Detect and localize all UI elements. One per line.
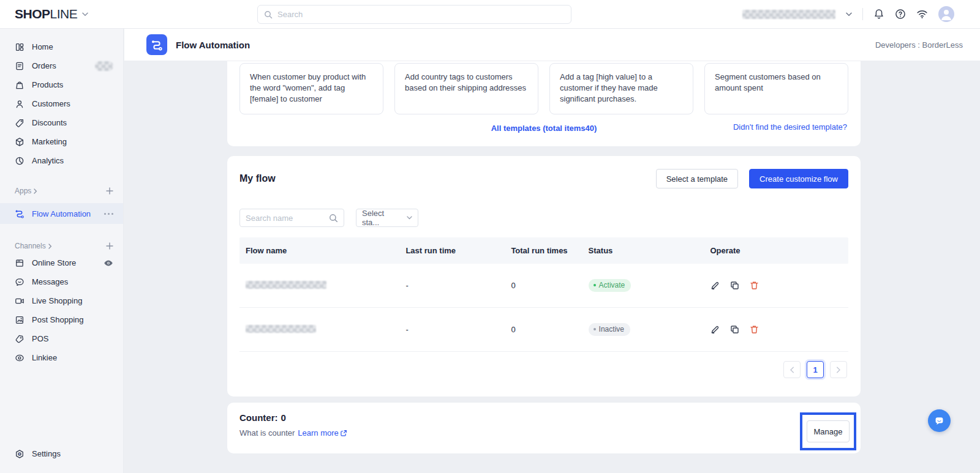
chevron-down-icon[interactable] xyxy=(846,12,852,17)
live-shopping-icon xyxy=(15,296,24,306)
flow-name-blurred[interactable] xyxy=(246,325,316,333)
chevron-right-icon xyxy=(48,244,52,249)
sidebar-item-label: Customers xyxy=(32,99,113,108)
sidebar-section-channels[interactable]: Channels xyxy=(0,239,123,253)
last-run-time: - xyxy=(399,281,505,290)
my-flow-title: My flow xyxy=(239,173,656,184)
counter-value: 0 xyxy=(281,412,286,423)
eye-icon[interactable] xyxy=(104,259,113,267)
copy-icon[interactable] xyxy=(729,280,740,291)
edit-icon[interactable] xyxy=(710,280,720,291)
sidebar-item-home[interactable]: Home xyxy=(0,37,123,56)
gear-icon xyxy=(15,449,24,459)
account-name-blurred[interactable] xyxy=(742,10,835,19)
sidebar-item-marketing[interactable]: Marketing xyxy=(0,132,123,151)
template-card[interactable]: When customer buy product with the word … xyxy=(239,63,383,114)
analytics-icon xyxy=(15,156,24,166)
search-icon[interactable] xyxy=(329,214,338,223)
delete-icon[interactable] xyxy=(749,324,760,335)
pagination-next-button[interactable] xyxy=(830,361,847,378)
status-dot xyxy=(594,328,596,330)
select-template-button[interactable]: Select a template xyxy=(656,169,738,188)
counter-panel: Counter:0 What is counter Learn more Man… xyxy=(227,403,861,453)
sidebar-item-products[interactable]: Products xyxy=(0,75,123,94)
sidebar-item-pos[interactable]: POS xyxy=(0,329,123,348)
learn-more-link[interactable]: Learn more xyxy=(298,428,347,438)
status-filter-select[interactable]: Select sta... xyxy=(356,209,418,227)
page-header: Flow Automation Developers : BorderLess xyxy=(124,29,980,61)
sidebar-item-customers[interactable]: Customers xyxy=(0,94,123,113)
template-cards: When customer buy product with the word … xyxy=(239,63,848,114)
sidebar-item-discounts[interactable]: Discounts xyxy=(0,113,123,132)
flow-name-blurred[interactable] xyxy=(246,281,326,289)
linkiee-icon xyxy=(15,353,24,363)
delete-icon[interactable] xyxy=(749,280,760,291)
sidebar-item-linkiee[interactable]: Linkiee xyxy=(0,348,123,367)
topbar-right-cluster xyxy=(742,0,954,28)
sidebar-item-label: Products xyxy=(32,80,113,89)
discounts-icon xyxy=(15,118,24,128)
sidebar-item-post-shopping[interactable]: Post Shopping xyxy=(0,310,123,329)
flow-search-input[interactable] xyxy=(246,214,325,223)
add-app-icon[interactable] xyxy=(106,187,113,195)
sidebar-section-apps[interactable]: Apps xyxy=(0,184,123,198)
template-card[interactable]: Add country tags to customers based on t… xyxy=(394,63,538,114)
products-icon xyxy=(15,80,24,90)
more-options-icon[interactable] xyxy=(104,213,113,215)
edit-icon[interactable] xyxy=(710,324,720,335)
sidebar-item-flow-automation[interactable]: Flow Automation xyxy=(0,203,123,224)
sidebar-item-orders[interactable]: Orders xyxy=(0,56,123,75)
flow-table: Flow name Last run time Total run times … xyxy=(239,237,848,352)
highlight-annotation-box: Manage xyxy=(800,412,856,450)
template-help-link[interactable]: Didn't find the desired template? xyxy=(733,122,847,132)
sidebar-item-messages[interactable]: Messages xyxy=(0,272,123,291)
create-customize-flow-button[interactable]: Create customize flow xyxy=(749,169,848,188)
copy-icon[interactable] xyxy=(729,324,740,335)
orders-icon xyxy=(15,61,24,71)
sidebar-item-live-shopping[interactable]: Live Shopping xyxy=(0,291,123,310)
messages-icon xyxy=(15,277,24,287)
support-chat-button[interactable] xyxy=(928,409,951,432)
column-header: Last run time xyxy=(399,246,505,255)
template-card-text: Add country tags to customers based on t… xyxy=(405,72,526,92)
avatar[interactable] xyxy=(938,6,954,22)
marketing-icon xyxy=(15,137,24,147)
orders-badge-blurred xyxy=(95,61,113,71)
table-header-row: Flow name Last run time Total run times … xyxy=(239,237,848,264)
topbar: SHOPLINE xyxy=(0,0,980,29)
global-search[interactable] xyxy=(257,5,571,24)
chevron-down-icon xyxy=(82,12,88,17)
sidebar-item-online-store[interactable]: Online Store xyxy=(0,253,123,272)
online-store-icon xyxy=(15,258,24,268)
apps-label: Apps xyxy=(15,187,31,195)
shopline-logo[interactable]: SHOPLINE xyxy=(15,0,88,28)
sidebar-item-label: Online Store xyxy=(32,258,96,267)
sidebar-item-label: Analytics xyxy=(32,156,113,165)
channels-label: Channels xyxy=(15,242,46,250)
flow-search-box[interactable] xyxy=(239,209,344,227)
search-input[interactable] xyxy=(277,10,565,19)
all-templates-link[interactable]: All templates (total items40) xyxy=(491,124,597,133)
template-card-text: Add a tag [high value] to a customer if … xyxy=(560,72,658,103)
sidebar-item-label: Linkiee xyxy=(32,353,113,362)
chevron-right-icon xyxy=(34,188,37,194)
chat-icon xyxy=(933,414,946,427)
manage-button[interactable]: Manage xyxy=(807,420,850,442)
help-icon[interactable] xyxy=(895,9,906,20)
flow-automation-app-icon xyxy=(146,34,167,55)
page-title: Flow Automation xyxy=(176,40,875,50)
template-card[interactable]: Segment customers based on amount spent xyxy=(704,63,848,114)
search-icon xyxy=(264,10,273,19)
content: When customer buy product with the word … xyxy=(124,61,980,473)
add-channel-icon[interactable] xyxy=(106,242,113,250)
counter-title: Counter:0 xyxy=(239,412,848,423)
sidebar-item-settings[interactable]: Settings xyxy=(0,444,123,463)
bell-icon[interactable] xyxy=(873,9,884,20)
sidebar-item-label: Settings xyxy=(32,449,113,458)
sidebar-item-analytics[interactable]: Analytics xyxy=(0,151,123,170)
pagination-prev-button[interactable] xyxy=(783,361,801,378)
wifi-icon[interactable] xyxy=(916,9,928,19)
pagination-page-1[interactable]: 1 xyxy=(807,361,824,378)
template-card[interactable]: Add a tag [high value] to a customer if … xyxy=(549,63,693,114)
sidebar-item-label: Flow Automation xyxy=(32,209,97,218)
